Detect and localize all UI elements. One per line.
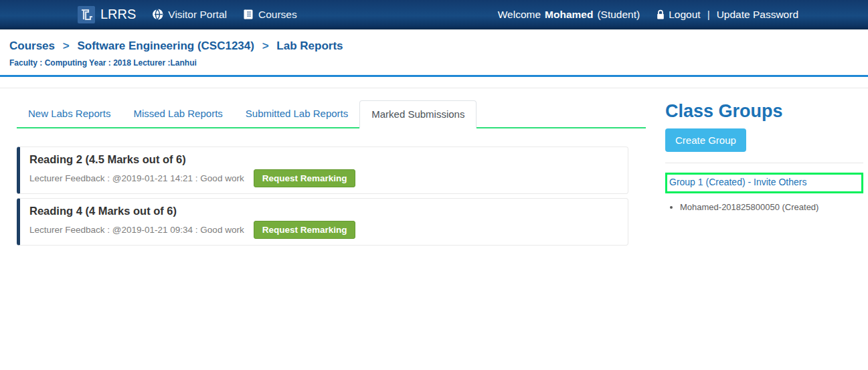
- welcome-text: Welcome: [498, 9, 541, 21]
- brand[interactable]: LRRS: [78, 6, 136, 23]
- nav-link-label: Visitor Portal: [168, 9, 227, 21]
- tab-marked-submissions[interactable]: Marked Submissions: [359, 100, 476, 128]
- blue-divider: [0, 75, 868, 77]
- sidebar-divider: [665, 163, 863, 163]
- user-role: (Student): [597, 9, 640, 21]
- brand-label: LRRS: [100, 7, 136, 22]
- breadcrumb-course[interactable]: Software Engineering (CSC1234): [77, 39, 254, 52]
- update-password-link[interactable]: Update Password: [717, 9, 798, 21]
- brand-logo-icon: [78, 6, 95, 23]
- tab-missed-lab-reports[interactable]: Missed Lab Reports: [122, 100, 234, 127]
- tab-new-labs-reports[interactable]: New Labs Reports: [17, 100, 122, 127]
- main-column: New Labs Reports Missed Lab Reports Subm…: [17, 100, 646, 250]
- tab-submitted-lab-reports[interactable]: Submitted Lab Reports: [234, 100, 359, 127]
- group-link[interactable]: Group 1 (Created): [669, 177, 746, 187]
- report-card: Reading 2 (4.5 Marks out of 6) Lecturer …: [17, 147, 628, 194]
- breadcrumb: Courses > Software Engineering (CSC1234)…: [9, 39, 868, 53]
- marked-submissions-list: Reading 2 (4.5 Marks out of 6) Lecturer …: [17, 147, 628, 246]
- lecturer-feedback: Lecturer Feedback : @2019-01-21 09:34 : …: [29, 225, 244, 235]
- group-separator: -: [746, 177, 754, 187]
- breadcrumb-courses[interactable]: Courses: [9, 39, 55, 52]
- breadcrumb-current: Lab Reports: [276, 39, 343, 52]
- logout-link[interactable]: Logout: [669, 9, 700, 21]
- course-info: Faculty : Computing Year : 2018 Lecturer…: [9, 58, 868, 68]
- page-header: Courses > Software Engineering (CSC1234)…: [0, 29, 868, 68]
- book-icon: [243, 9, 254, 20]
- report-tabs: New Labs Reports Missed Lab Reports Subm…: [17, 100, 646, 128]
- nav-visitor-portal[interactable]: Visitor Portal: [152, 9, 227, 21]
- nav-separator: |: [707, 9, 710, 21]
- lecturer-feedback: Lecturer Feedback : @2019-01-21 14:21 : …: [29, 173, 244, 183]
- lock-icon: [656, 9, 665, 20]
- report-card: Reading 4 (4 Marks out of 6) Lecturer Fe…: [17, 198, 628, 246]
- group-member-item: Mohamed-201825800050 (Created): [680, 202, 863, 212]
- request-remarking-button[interactable]: Request Remarking: [254, 169, 356, 187]
- class-groups-panel: Class Groups Create Group Group 1 (Creat…: [665, 100, 863, 215]
- nav-link-label: Courses: [258, 9, 297, 21]
- class-groups-title: Class Groups: [665, 100, 863, 122]
- globe-icon: [152, 9, 163, 20]
- nav-courses[interactable]: Courses: [243, 9, 297, 21]
- create-group-button[interactable]: Create Group: [665, 128, 746, 152]
- top-navbar: LRRS Visitor Portal Courses Welcom: [0, 0, 868, 29]
- request-remarking-button[interactable]: Request Remarking: [254, 221, 356, 239]
- user-name: Mohamed: [545, 9, 593, 21]
- breadcrumb-separator: >: [262, 39, 269, 52]
- report-title: Reading 2 (4.5 Marks out of 6): [29, 153, 618, 166]
- invite-others-link[interactable]: Invite Others: [754, 177, 806, 187]
- breadcrumb-separator: >: [63, 39, 70, 52]
- group-members-list: Mohamed-201825800050 (Created): [665, 202, 863, 212]
- report-title: Reading 4 (4 Marks out of 6): [29, 204, 618, 217]
- group-box: Group 1 (Created) - Invite Others: [665, 173, 863, 193]
